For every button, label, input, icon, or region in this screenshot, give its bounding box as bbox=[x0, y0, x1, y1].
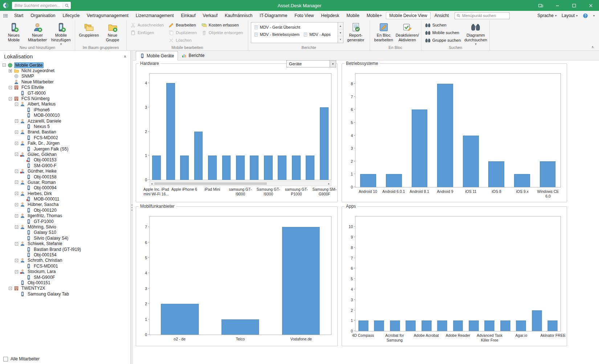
tree-item-galaxy-s10[interactable]: Galaxy S10 bbox=[3, 230, 130, 235]
tree-expander-icon[interactable]: - bbox=[15, 181, 18, 184]
tree-expander-icon[interactable]: - bbox=[15, 242, 18, 245]
scroll-left-icon[interactable]: ◄ bbox=[150, 182, 154, 186]
chevron-down-icon[interactable]: ▼ bbox=[330, 61, 336, 67]
tree-item-schiwek-stefanie[interactable]: -Schiwek, Stefanie bbox=[3, 241, 130, 247]
menu-grid-icon[interactable] bbox=[3, 13, 8, 18]
tree-item-mob-000010[interactable]: MOB-000010 bbox=[3, 113, 130, 118]
tree-item-m-hring-silvio[interactable]: -Möhring, Silvio bbox=[3, 224, 130, 229]
all-employees-checkbox[interactable] bbox=[3, 357, 8, 361]
tree-item-fcs-n-rnberg[interactable]: -FCS Nürnberg bbox=[3, 96, 130, 101]
minimize-button[interactable] bbox=[549, 0, 566, 11]
tree-item-obj-000094[interactable]: Obj-000094 bbox=[3, 185, 130, 191]
tree-item-albert-markus[interactable]: -Albert, Markus bbox=[3, 102, 130, 107]
tree-item-obj-000151[interactable]: Obj-000151 bbox=[3, 280, 130, 285]
tree-item-brand-bastian[interactable]: -Brand, Bastian bbox=[3, 129, 130, 135]
tree-item-fcs-md002[interactable]: FCS-MD002 bbox=[3, 135, 130, 140]
menu-tab-einkauf[interactable]: Einkauf bbox=[178, 12, 199, 19]
gallery-more-icon[interactable]: ▾ bbox=[338, 36, 343, 43]
deaktivieren-aktivieren-button[interactable]: Deaktivieren/ Aktivieren bbox=[396, 21, 419, 44]
tree-item-g-nther-heike[interactable]: -Günther, Heike bbox=[3, 168, 130, 174]
suchen-button[interactable]: Suchen bbox=[424, 21, 464, 29]
tree-item-falk-dr-j-rgen[interactable]: -Falk, Dr., Jürgen bbox=[3, 140, 130, 146]
tree-expander-icon[interactable]: - bbox=[15, 259, 18, 262]
tree-item-iphone6[interactable]: iPhone6 bbox=[3, 107, 130, 112]
menu-tab-it-diagramme[interactable]: IT-Diagramme bbox=[256, 12, 290, 19]
tree-item-obj-000158[interactable]: Obj-000158 bbox=[3, 174, 130, 179]
menu-search[interactable] bbox=[455, 12, 510, 19]
neuer-mitarbeiter-button[interactable]: Neuer Mitarbeiter bbox=[26, 21, 49, 44]
menu-tab-ansicht[interactable]: Ansicht bbox=[431, 12, 452, 19]
tree-item-mob-000011[interactable]: MOB-000011 bbox=[3, 196, 130, 202]
tree-item-nicht-zugeordnet[interactable]: +Nicht zugeordnet bbox=[3, 68, 130, 73]
ribbon-collapse-icon[interactable]: ∧ bbox=[591, 45, 594, 49]
menu-tab-vertragsmanagement[interactable]: Vertragsmanagement bbox=[83, 12, 132, 19]
tree-expander-icon[interactable]: - bbox=[15, 131, 18, 134]
menu-tab-helpdesk[interactable]: Helpdesk bbox=[318, 12, 342, 19]
titlebar-search[interactable] bbox=[12, 2, 71, 9]
ausschneiden-button[interactable]: Ausschneiden bbox=[129, 21, 166, 29]
gallery-scroll-down-icon[interactable]: ▼ bbox=[338, 29, 343, 36]
tree-expander-icon[interactable]: - bbox=[15, 119, 18, 123]
tree-item-neue-mitarbeiter[interactable]: Neue Mitarbeiter bbox=[3, 79, 130, 84]
tree-item-obj-000154[interactable]: Obj-000154 bbox=[3, 252, 130, 257]
report-generator-button[interactable]: Report- generator bbox=[345, 21, 367, 44]
gallery-item-mdv-apps[interactable]: MDV - Apps bbox=[301, 31, 333, 38]
tree-item-stockum-lara[interactable]: -Stockum, Lara bbox=[3, 269, 130, 274]
tree-item-mobile-ger-te[interactable]: -Mobile Geräte bbox=[3, 62, 130, 68]
tree-expander-icon[interactable]: - bbox=[15, 103, 18, 106]
tree-item-fcs-eltville[interactable]: -FCS Eltville bbox=[3, 85, 130, 90]
tree-item-sm-g900f[interactable]: SM-G900F bbox=[3, 274, 130, 280]
tree-item-samsung-galaxy-tab[interactable]: Samsung Galaxy Tab bbox=[3, 291, 130, 297]
tree-expander-icon[interactable]: - bbox=[15, 226, 18, 229]
tree-item-h-bner-sascha[interactable]: -Hübner, Sascha bbox=[3, 202, 130, 207]
neues-mobile-button[interactable]: Neues Mobile bbox=[3, 21, 25, 44]
device-type-dropdown[interactable]: Geräte▼ bbox=[286, 60, 336, 67]
tree-expander-icon[interactable]: - bbox=[15, 170, 18, 173]
chart-h-scrollbar[interactable]: ◄► bbox=[149, 181, 331, 186]
tree-item-silvio-galaxy-s4[interactable]: Silvio (Galaxy S4) bbox=[3, 235, 130, 241]
tree-item-schroth-christian[interactable]: -Schroth, Christian bbox=[3, 258, 130, 263]
close-button[interactable] bbox=[582, 0, 599, 11]
tree-item-bastian-brand-gt-i919[interactable]: Bastian Brand (GT-I919) bbox=[3, 247, 130, 252]
help-icon[interactable] bbox=[583, 13, 588, 18]
tree-expander-icon[interactable]: - bbox=[9, 287, 12, 290]
search-icon[interactable] bbox=[65, 3, 69, 8]
tree-expander-icon[interactable]: - bbox=[15, 214, 18, 218]
gruppe-suchen-button[interactable]: Gruppe suchen bbox=[424, 37, 464, 44]
tree-item-gt-i9000[interactable]: GT-I9000 bbox=[3, 90, 130, 96]
einf-gen-button[interactable]: Einfügen bbox=[129, 29, 166, 36]
tree-expander-icon[interactable]: - bbox=[15, 142, 18, 145]
menu-tab-verkauf[interactable]: Verkauf bbox=[200, 12, 221, 19]
tree-expander-icon[interactable]: - bbox=[3, 63, 6, 67]
language-menu[interactable]: Sprache ▾ bbox=[537, 13, 557, 18]
tree-expander-icon[interactable]: - bbox=[15, 203, 18, 206]
tree-item-juergen-falk-s5[interactable]: Juergen Falk (S5) bbox=[3, 146, 130, 152]
tree-item-snmp[interactable]: SNMP bbox=[3, 74, 130, 79]
panels-button[interactable] bbox=[532, 0, 549, 11]
tree-expander-icon[interactable]: + bbox=[9, 69, 12, 73]
menu-tab-start[interactable]: Start bbox=[11, 12, 27, 19]
objekte-entsorgen-button[interactable]: Objekte entsorgen bbox=[200, 29, 245, 36]
mobile-hinzuf-gen-button[interactable]: Mobile hinzufügen▾ bbox=[50, 21, 72, 47]
tree-item-nexus-5[interactable]: Nexus 5 bbox=[3, 124, 130, 129]
l-schen-button[interactable]: Löschen bbox=[167, 37, 199, 44]
bear-beiten-button[interactable]: Bear­beiten bbox=[167, 21, 199, 29]
menu-tab-mobile[interactable]: Mobile bbox=[343, 12, 363, 19]
mobile-suchen-button[interactable]: Mobile suchen bbox=[424, 29, 464, 36]
collapse-panel-icon[interactable]: ∧ bbox=[124, 54, 126, 58]
tree-item-herbes-dirk[interactable]: -Herbes, Dirk bbox=[3, 191, 130, 196]
tab-berichte[interactable]: Berichte bbox=[178, 51, 208, 60]
tree-item-obj-000153[interactable]: Obj-000153 bbox=[3, 157, 130, 163]
layout-menu[interactable]: Layout ▾ bbox=[562, 13, 578, 18]
neue-gruppe-button[interactable]: Neue Gruppe bbox=[101, 21, 124, 44]
chevron-down-icon[interactable]: ▾ bbox=[593, 14, 595, 17]
tree-item-twenty2x[interactable]: -TWENTY2X bbox=[3, 286, 130, 291]
titlebar-search-input[interactable] bbox=[15, 3, 62, 8]
gallery-scroll-up-icon[interactable]: ▲ bbox=[338, 22, 343, 29]
tree-item-fcs-md001[interactable]: FCS-MD001 bbox=[3, 263, 130, 269]
menu-tab-foto-view[interactable]: Foto View bbox=[291, 12, 317, 19]
tree-item-obj-000120[interactable]: Obj-000120 bbox=[3, 207, 130, 213]
tab-mobile-ger-te[interactable]: Mobile Geräte bbox=[136, 51, 178, 61]
menu-search-input[interactable] bbox=[462, 13, 508, 18]
menu-tab-lizenzmanagement[interactable]: Lizenzmanagement bbox=[133, 12, 177, 19]
